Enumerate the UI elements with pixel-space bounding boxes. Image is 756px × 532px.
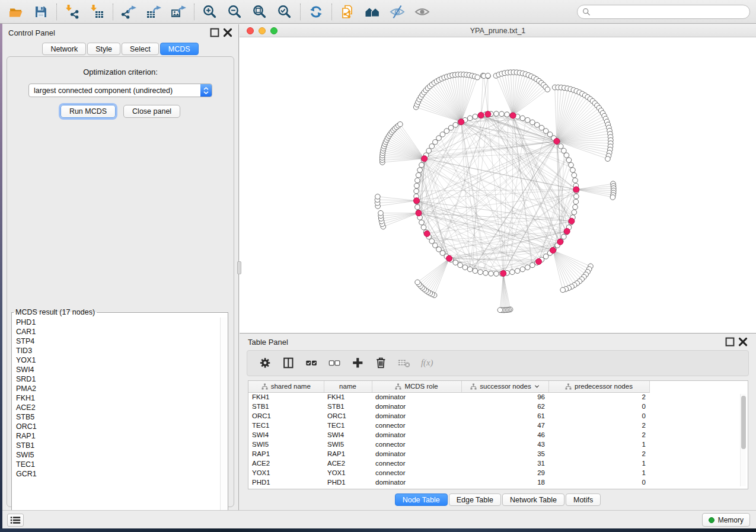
ring-node[interactable] bbox=[462, 265, 468, 270]
leaf-node[interactable] bbox=[378, 210, 384, 216]
cell-predecessor-nodes[interactable]: 2 bbox=[548, 392, 649, 402]
ring-node[interactable] bbox=[573, 204, 578, 210]
mcds-result-node[interactable]: RAP1 bbox=[13, 431, 219, 441]
cell-MCDS-role[interactable]: connector bbox=[372, 440, 461, 449]
column-header-shared-name[interactable]: shared name bbox=[248, 381, 324, 392]
ring-node[interactable] bbox=[414, 188, 419, 194]
ring-node[interactable] bbox=[415, 178, 420, 183]
mcds-result-node[interactable]: PMA2 bbox=[13, 384, 219, 393]
column-header-successor-nodes[interactable]: successor nodes bbox=[461, 381, 548, 392]
ring-node[interactable] bbox=[562, 148, 567, 153]
select-all-checks-icon[interactable] bbox=[302, 353, 322, 373]
export-network-icon[interactable] bbox=[120, 3, 138, 21]
cell-shared-name[interactable]: STB1 bbox=[248, 402, 324, 411]
ring-node[interactable] bbox=[499, 111, 505, 117]
mcds-node[interactable] bbox=[569, 218, 575, 224]
cell-MCDS-role[interactable]: dominator bbox=[372, 392, 461, 402]
cell-successor-nodes[interactable]: 18 bbox=[461, 477, 548, 487]
cell-successor-nodes[interactable]: 31 bbox=[461, 459, 548, 468]
mcds-result-node[interactable]: SWI5 bbox=[13, 450, 219, 460]
open-session-icon[interactable] bbox=[7, 3, 25, 21]
ring-node[interactable] bbox=[525, 117, 530, 123]
ring-node[interactable] bbox=[510, 270, 515, 275]
tab-select[interactable]: Select bbox=[122, 43, 159, 55]
mcds-node[interactable] bbox=[422, 156, 428, 162]
column-header-predecessor-nodes[interactable]: predecessor nodes bbox=[548, 381, 649, 392]
close-panel-button[interactable]: Close panel bbox=[123, 105, 180, 118]
ring-node[interactable] bbox=[478, 270, 483, 275]
zoom-in-icon[interactable] bbox=[201, 3, 219, 21]
mcds-result-node[interactable]: TEC1 bbox=[13, 460, 219, 469]
cell-name[interactable]: RAP1 bbox=[324, 449, 372, 459]
mcds-result-node[interactable]: ACE2 bbox=[13, 403, 219, 412]
ring-node[interactable] bbox=[433, 140, 438, 145]
mcds-node[interactable] bbox=[478, 113, 484, 118]
ring-node[interactable] bbox=[419, 220, 425, 225]
mcds-result-node[interactable]: STP4 bbox=[13, 336, 219, 346]
leaf-node[interactable] bbox=[560, 287, 566, 293]
tab-mcds[interactable]: MCDS bbox=[160, 43, 199, 55]
run-mcds-button[interactable]: Run MCDS bbox=[60, 105, 116, 118]
cell-predecessor-nodes[interactable]: 1 bbox=[548, 468, 649, 477]
cell-successor-nodes[interactable]: 96 bbox=[461, 392, 548, 402]
hide-annotations-icon[interactable] bbox=[388, 3, 406, 21]
cell-name[interactable]: SWI4 bbox=[324, 430, 372, 440]
import-table-icon[interactable] bbox=[88, 3, 106, 21]
mcds-result-list[interactable]: PHD1CAR1STP4TID3YOX1SWI4SRD1PMA2FKH1ACE2… bbox=[13, 318, 219, 527]
cell-predecessor-nodes[interactable]: 1 bbox=[548, 459, 649, 468]
ring-node[interactable] bbox=[543, 254, 548, 259]
mcds-node[interactable] bbox=[458, 119, 464, 125]
leaf-node[interactable] bbox=[610, 195, 615, 200]
mcds-node[interactable] bbox=[536, 259, 542, 265]
ring-node[interactable] bbox=[558, 144, 563, 149]
zoom-selected-icon[interactable] bbox=[276, 3, 294, 21]
cell-successor-nodes[interactable]: 43 bbox=[461, 440, 548, 449]
cell-MCDS-role[interactable]: connector bbox=[372, 468, 461, 477]
zoom-fit-icon[interactable] bbox=[251, 3, 269, 21]
export-table-icon[interactable] bbox=[145, 3, 162, 21]
ring-node[interactable] bbox=[489, 271, 494, 276]
cell-shared-name[interactable]: PHD1 bbox=[248, 477, 324, 487]
table-row[interactable]: TEC1TEC1connector472 bbox=[248, 421, 735, 430]
cell-successor-nodes[interactable]: 35 bbox=[461, 449, 548, 459]
leaf-node[interactable] bbox=[415, 280, 420, 285]
mcds-node[interactable] bbox=[500, 271, 506, 277]
ring-node[interactable] bbox=[453, 260, 458, 265]
ring-node[interactable] bbox=[530, 120, 535, 125]
export-image-icon[interactable] bbox=[170, 3, 187, 21]
mcds-result-node[interactable]: FKH1 bbox=[13, 393, 219, 403]
cell-predecessor-nodes[interactable]: 1 bbox=[548, 440, 649, 449]
cell-name[interactable]: YOX1 bbox=[324, 468, 372, 477]
ring-node[interactable] bbox=[520, 267, 525, 272]
cell-shared-name[interactable]: SWI4 bbox=[248, 430, 324, 440]
table-scrollbar-thumb[interactable] bbox=[741, 396, 746, 449]
first-neighbors-icon[interactable] bbox=[363, 3, 381, 21]
float-panel-icon[interactable] bbox=[210, 28, 219, 37]
cell-name[interactable]: SWI5 bbox=[324, 440, 372, 449]
ring-node[interactable] bbox=[572, 172, 577, 178]
ring-node[interactable] bbox=[415, 204, 420, 210]
cell-shared-name[interactable]: FKH1 bbox=[248, 392, 324, 402]
table-row[interactable]: RAP1RAP1dominator352 bbox=[248, 449, 735, 459]
mcds-result-node[interactable]: SWI4 bbox=[13, 365, 219, 374]
ring-node[interactable] bbox=[539, 125, 544, 130]
panel-list-button[interactable] bbox=[7, 514, 24, 527]
table-row[interactable]: PHD1PHD1dominator180 bbox=[248, 477, 735, 487]
ring-node[interactable] bbox=[564, 153, 569, 158]
memory-button[interactable]: Memory bbox=[702, 513, 750, 527]
tab-network[interactable]: Network bbox=[42, 43, 86, 55]
float-table-panel-icon[interactable] bbox=[725, 337, 735, 347]
leaf-node[interactable] bbox=[398, 121, 403, 127]
cell-MCDS-role[interactable]: connector bbox=[372, 459, 461, 468]
cell-predecessor-nodes[interactable]: 0 bbox=[548, 411, 649, 421]
cell-predecessor-nodes[interactable]: 2 bbox=[548, 430, 649, 440]
ring-node[interactable] bbox=[573, 178, 578, 183]
ring-node[interactable] bbox=[467, 267, 473, 272]
ring-node[interactable] bbox=[426, 148, 432, 153]
cell-successor-nodes[interactable]: 29 bbox=[461, 468, 548, 477]
table-row[interactable]: SWI4SWI4dominator462 bbox=[248, 430, 735, 440]
tab-motifs[interactable]: Motifs bbox=[566, 493, 601, 506]
search-input[interactable] bbox=[594, 8, 745, 16]
mcds-result-node[interactable]: CAR1 bbox=[13, 327, 219, 336]
mcds-node[interactable] bbox=[485, 111, 491, 117]
